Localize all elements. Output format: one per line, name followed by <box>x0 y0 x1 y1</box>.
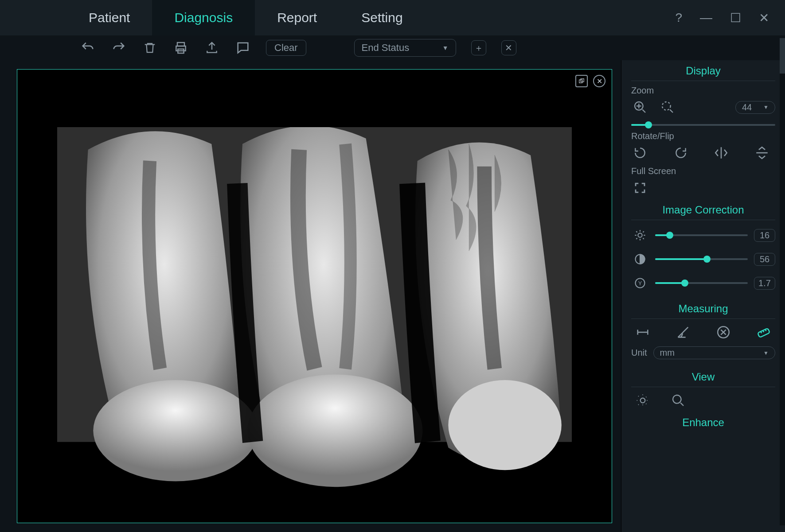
brightness-value[interactable]: 16 <box>754 229 775 242</box>
svg-point-14 <box>662 102 671 110</box>
measure-delete-icon[interactable] <box>715 323 732 341</box>
unit-value: mm <box>660 348 675 358</box>
fullscreen-label: Full Screen <box>631 166 775 176</box>
chevron-down-icon: ▼ <box>763 350 769 356</box>
section-enhance-title: Enhance <box>631 412 775 429</box>
contrast-slider[interactable] <box>655 258 748 260</box>
zoom-fit-icon[interactable] <box>659 98 676 116</box>
image-viewer: ✕ <box>0 60 621 532</box>
rotate-ccw-icon[interactable] <box>631 144 649 162</box>
side-panel: Display Zoom 44 ▼ Rotate/Flip <box>621 60 785 532</box>
view-brightness-icon[interactable] <box>634 392 652 409</box>
gamma-slider[interactable] <box>655 282 748 284</box>
measure-distance-icon[interactable] <box>634 323 652 341</box>
svg-line-46 <box>646 396 647 397</box>
svg-line-15 <box>670 109 673 113</box>
svg-point-8 <box>248 374 423 487</box>
svg-point-47 <box>673 395 681 404</box>
section-view-title: View <box>631 366 775 387</box>
main-area: ✕ <box>0 60 785 532</box>
tab-setting[interactable]: Setting <box>339 0 425 35</box>
svg-point-7 <box>93 380 258 481</box>
brightness-slider[interactable] <box>655 234 748 236</box>
chevron-down-icon: ▼ <box>763 104 769 110</box>
gamma-value[interactable]: 1.7 <box>754 277 775 290</box>
rotate-label: Rotate/Flip <box>631 131 775 141</box>
unit-label: Unit <box>631 348 647 358</box>
measure-angle-icon[interactable] <box>674 323 692 341</box>
delete-icon[interactable] <box>142 40 158 56</box>
zoom-value: 44 <box>742 102 752 113</box>
chevron-down-icon: ▼ <box>442 44 449 51</box>
rotate-cw-icon[interactable] <box>672 144 690 162</box>
flip-vertical-icon[interactable] <box>753 144 771 162</box>
image-frame-toolbar: ✕ <box>575 75 605 87</box>
tab-report[interactable]: Report <box>255 0 339 35</box>
view-magnify-icon[interactable] <box>669 392 687 409</box>
svg-line-43 <box>638 396 640 397</box>
svg-line-45 <box>638 404 640 405</box>
toolbar: Clear End Status ▼ ＋ ✕ <box>0 35 785 60</box>
close-image-icon[interactable]: ✕ <box>593 75 605 87</box>
help-button[interactable]: ? <box>675 11 682 25</box>
section-measuring-title: Measuring <box>631 298 775 319</box>
undo-icon[interactable] <box>80 40 96 56</box>
svg-point-9 <box>448 380 561 470</box>
section-correction-title: Image Correction <box>631 199 775 220</box>
clear-button[interactable]: Clear <box>266 40 306 56</box>
measure-ruler-icon[interactable] <box>755 323 773 341</box>
svg-text:Y: Y <box>638 280 642 287</box>
brightness-icon <box>631 226 649 244</box>
status-dropdown[interactable]: End Status ▼ <box>354 39 456 57</box>
svg-line-22 <box>643 238 644 239</box>
zoom-in-icon[interactable] <box>631 98 649 116</box>
comment-icon[interactable] <box>235 40 251 56</box>
svg-line-21 <box>636 231 637 232</box>
fullscreen-icon[interactable] <box>631 179 649 197</box>
contrast-icon <box>631 250 649 268</box>
svg-line-13 <box>642 109 645 113</box>
svg-line-24 <box>643 231 644 232</box>
svg-rect-34 <box>758 328 770 338</box>
svg-line-44 <box>646 404 647 405</box>
image-frame[interactable]: ✕ <box>17 69 612 523</box>
svg-line-48 <box>680 403 683 406</box>
contrast-value[interactable]: 56 <box>754 253 775 266</box>
unit-dropdown[interactable]: mm ▼ <box>653 346 775 359</box>
zoom-dropdown[interactable]: 44 ▼ <box>735 101 775 114</box>
redo-icon[interactable] <box>111 40 127 56</box>
main-tabs: Patient Diagnosis Report Setting ? — ☐ ✕ <box>0 0 785 35</box>
add-button[interactable]: ＋ <box>471 40 486 55</box>
flip-horizontal-icon[interactable] <box>712 144 730 162</box>
zoom-slider[interactable] <box>631 124 775 126</box>
export-icon[interactable] <box>204 40 220 56</box>
maximize-button[interactable]: ☐ <box>730 11 741 25</box>
svg-line-23 <box>636 238 637 239</box>
print-icon[interactable] <box>173 40 189 56</box>
svg-point-38 <box>640 398 645 403</box>
minimize-button[interactable]: — <box>700 11 712 25</box>
close-button[interactable]: ✕ <box>759 11 769 25</box>
svg-point-16 <box>638 233 642 237</box>
xray-image <box>57 127 572 509</box>
tab-patient[interactable]: Patient <box>66 0 152 35</box>
tab-diagnosis[interactable]: Diagnosis <box>152 0 255 35</box>
duplicate-icon[interactable] <box>575 75 588 87</box>
section-display-title: Display <box>631 60 775 81</box>
gamma-icon: Y <box>631 274 649 292</box>
window-controls: ? — ☐ ✕ <box>675 11 785 25</box>
remove-button[interactable]: ✕ <box>501 40 516 55</box>
status-value: End Status <box>362 42 410 54</box>
zoom-label: Zoom <box>631 85 775 96</box>
scrollbar[interactable] <box>780 38 785 525</box>
